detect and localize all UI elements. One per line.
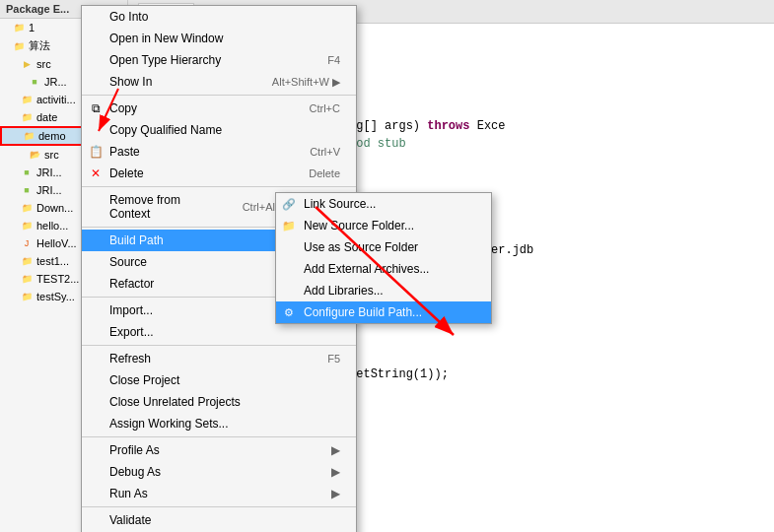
tree-item-label: activiti... [36,94,76,105]
menu-item-copy-qualified[interactable]: Copy Qualified Name [82,119,356,141]
menu-item-label: Open Type Hierarchy [109,53,221,67]
arrow: ▶ [331,487,340,500]
menu-item-label: Import... [109,303,153,317]
separator-7 [82,506,356,507]
testsy-icon: 📁 [20,290,34,303]
menu-item-label: Copy [109,101,137,115]
new-source-icon: 📁 [280,217,298,234]
menu-item-open-new-window[interactable]: Open in New Window [82,28,356,49]
menu-item-export[interactable]: Export... [82,321,356,343]
menu-item-refresh[interactable]: Refresh F5 [82,348,356,369]
arrow: ▶ [331,465,340,479]
delete-icon: ✕ [88,166,104,181]
separator-6 [82,436,356,437]
menu-item-label: Open in New Window [109,32,223,45]
submenu-configure-build-path[interactable]: ⚙ Configure Build Path... [276,301,491,323]
menu-item-label: Close Project [109,373,179,387]
separator-2 [82,186,356,187]
menu-item-close-unrelated[interactable]: Close Unrelated Projects [82,391,356,413]
menu-item-label: Assign Working Sets... [109,417,229,431]
test1-icon: 📁 [20,254,34,268]
copy-icon: ⧉ [88,100,104,116]
submenu-use-source-folder[interactable]: Use as Source Folder [276,236,491,258]
folder-icon2: 📂 [28,148,41,162]
menu-item-label: Refactor [109,277,154,291]
tree-item-label: JRI... [36,184,62,196]
tree-item-label: src [44,149,59,161]
submenu-item-label: Configure Build Path... [304,305,422,319]
tree-item-label: src [36,58,51,70]
menu-item-profile-as[interactable]: Profile As ▶ [82,439,356,461]
shortcut: F4 [327,54,340,66]
menu-item-label: Paste [109,145,140,159]
menu-item-go-into[interactable]: Go Into [82,6,356,28]
submenu-new-source-folder[interactable]: 📁 New Source Folder... [276,215,491,236]
shortcut: Ctrl+C [310,102,340,114]
menu-item-debug-as[interactable]: Debug As ▶ [82,461,356,483]
jar-icon: ■ [28,75,41,89]
project-icon: 📁 [12,21,26,34]
menu-item-label: Run As [109,487,148,500]
submenu-item-label: Link Source... [304,197,376,211]
build-path-submenu: 🔗 Link Source... 📁 New Source Folder... … [275,192,492,324]
separator-1 [82,95,356,96]
project-icon2: 📁 [12,39,26,53]
tree-item-label: testSy... [36,291,75,302]
menu-item-validate[interactable]: Validate [82,509,356,531]
tree-item-label: date [36,111,57,123]
link-source-icon: 🔗 [280,195,298,213]
shortcut: Alt+Shift+W ▶ [272,76,340,89]
menu-item-label: Show In [109,75,152,89]
tree-item-label: JR... [44,76,67,88]
menu-item-label: Copy Qualified Name [109,123,222,137]
submenu-item-label: Use as Source Folder [304,240,418,254]
submenu-add-external[interactable]: Add External Archives... [276,258,491,280]
menu-item-label: Build Path [109,233,164,247]
menu-item-open-type-hierarchy[interactable]: Open Type Hierarchy F4 [82,49,356,71]
submenu-link-source[interactable]: 🔗 Link Source... [276,193,491,215]
shortcut: F5 [327,353,340,365]
menu-item-assign-working[interactable]: Assign Working Sets... [82,413,356,434]
menu-item-delete[interactable]: ✕ Delete Delete [82,163,356,184]
menu-item-copy[interactable]: ⧉ Copy Ctrl+C [82,98,356,119]
jar-icon2: ■ [20,166,34,179]
tree-item-label: hello... [36,220,68,232]
menu-item-label: Refresh [109,352,151,366]
paste-icon: 📋 [88,144,104,160]
tree-item-label: TEST2... [36,273,79,285]
test2-icon: 📁 [20,272,34,286]
submenu-item-label: Add External Archives... [304,262,429,276]
menu-item-run-as[interactable]: Run As ▶ [82,483,356,504]
menu-item-label: Remove from Context [109,193,223,221]
menu-item-label: Source [109,255,147,269]
arrow: ▶ [331,443,340,457]
separator-5 [82,345,356,346]
menu-item-label: Export... [109,325,154,339]
jar-icon3: ■ [20,183,34,197]
demo-icon: 📁 [22,129,35,143]
menu-item-show-in[interactable]: Show In Alt+Shift+W ▶ [82,71,356,93]
shortcut: Delete [309,167,340,179]
menu-item-label: Debug As [109,465,161,479]
down-icon: 📁 [20,201,34,215]
hellov-icon: J [20,236,34,250]
menu-item-label: Close Unrelated Projects [109,395,241,409]
tree-item-label: HelloV... [36,237,77,249]
submenu-add-libraries[interactable]: Add Libraries... [276,280,491,301]
tree-item-label: JRI... [36,166,62,178]
menu-item-label: Validate [109,513,151,527]
pkg-icon: 📁 [20,93,34,106]
menu-item-label: Profile As [109,443,160,457]
folder-icon: ▶ [20,57,34,71]
tree-item-label: demo [38,130,66,142]
submenu-item-label: Add Libraries... [304,284,384,298]
tree-item-label: 算法 [29,38,50,53]
shortcut: Ctrl+V [310,146,340,158]
configure-icon: ⚙ [280,303,298,321]
menu-item-close-project[interactable]: Close Project [82,369,356,391]
menu-item-label: Delete [109,166,144,180]
tree-item-label: 1 [29,22,35,33]
tree-item-label: test1... [36,255,69,267]
menu-item-paste[interactable]: 📋 Paste Ctrl+V [82,141,356,163]
pkg-icon2: 📁 [20,110,34,124]
